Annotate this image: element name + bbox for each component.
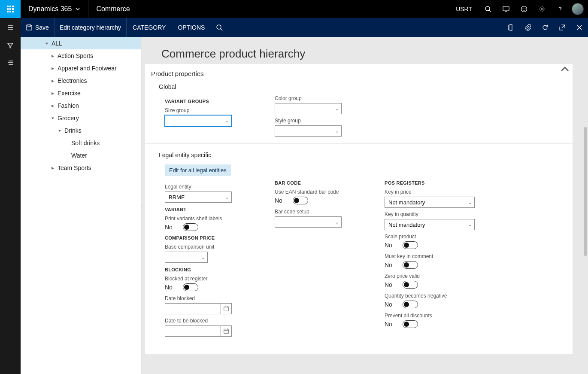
qty-negative-label: Quantity becomes negative [385, 293, 494, 299]
key-in-price-select[interactable]: Not mandatory⌄ [385, 197, 475, 208]
expand-icon[interactable] [50, 103, 56, 108]
scale-product-toggle[interactable] [403, 241, 418, 249]
tree-node-drinks[interactable]: Drinks [21, 124, 141, 137]
variant-groups-title: VARIANT GROUPS [165, 99, 275, 104]
calendar-icon [223, 306, 229, 312]
barcode-setup-select[interactable]: ⌄ [275, 216, 342, 228]
svg-point-0 [485, 6, 490, 11]
help-button[interactable] [551, 0, 569, 18]
help-icon [557, 6, 564, 12]
legal-entity-value: BRMF [169, 194, 185, 201]
calendar-button[interactable] [220, 326, 231, 336]
svg-point-6 [525, 8, 526, 9]
variant-title: VARIANT [165, 207, 275, 212]
tree-node[interactable]: Soft drinks [21, 137, 141, 149]
tree-node-grocery[interactable]: Grocery [21, 112, 141, 124]
base-comparison-unit-select[interactable]: ⌄ [165, 252, 208, 263]
tree-node[interactable]: Water [21, 149, 141, 161]
expand-icon[interactable] [57, 128, 63, 133]
tree-node-all[interactable]: ALL [21, 37, 141, 49]
cmd-search[interactable] [211, 18, 228, 37]
tree-label: Fashion [56, 102, 79, 109]
user-avatar[interactable] [572, 3, 584, 15]
category-tree: ALL Action Sports Apparel and Footwear E… [21, 37, 142, 374]
legal-entity-select[interactable]: BRMF⌄ [165, 192, 232, 203]
key-in-quantity-select[interactable]: Not mandatory⌄ [385, 219, 475, 230]
date-blocked-input[interactable] [165, 303, 232, 314]
svg-rect-20 [224, 307, 228, 311]
tree-label: Apparel and Footwear [56, 65, 117, 72]
tree-node[interactable]: Apparel and Footwear [21, 62, 141, 74]
expand-icon[interactable] [50, 53, 56, 58]
tree-node[interactable]: Action Sports [21, 49, 141, 62]
tree-label: Exercise [56, 90, 81, 97]
must-key-comment-toggle[interactable] [403, 261, 418, 269]
tree-node[interactable]: Team Sports [21, 161, 141, 174]
filter-button[interactable] [0, 37, 21, 54]
size-group-select[interactable]: ⌄ [165, 115, 232, 126]
zero-price-valid-toggle[interactable] [403, 281, 418, 289]
popout-button[interactable] [554, 18, 571, 37]
section-title: Product properties [145, 70, 573, 81]
tree-node[interactable]: Exercise [21, 87, 141, 99]
tab-options[interactable]: OPTIONS [172, 18, 211, 37]
edit-all-legal-entities-button[interactable]: Edit for all legal entities [165, 164, 231, 176]
style-group-select[interactable]: ⌄ [275, 125, 342, 137]
paperclip-icon [524, 24, 531, 31]
tree-node[interactable]: Electronics [21, 74, 141, 87]
save-label: Save [35, 24, 49, 31]
related-button[interactable] [0, 54, 21, 71]
prevent-discounts-toggle[interactable] [403, 320, 418, 328]
expand-icon[interactable] [50, 116, 56, 120]
use-ean-toggle[interactable] [293, 197, 308, 204]
edit-hierarchy-button[interactable]: Edit category hierarchy [55, 18, 127, 37]
expand-icon[interactable] [50, 91, 56, 95]
date-to-be-blocked-input[interactable] [165, 325, 232, 337]
key-in-quantity-value: Not mandatory [388, 222, 425, 228]
print-variants-value: No [165, 224, 175, 231]
save-button[interactable]: Save [21, 18, 55, 37]
tree-label: ALL [50, 40, 62, 47]
svg-point-5 [523, 8, 524, 9]
print-variants-toggle[interactable] [183, 223, 198, 231]
app-launcher[interactable] [0, 0, 21, 18]
attach-button[interactable] [519, 18, 536, 37]
company-selector[interactable]: USRT [449, 0, 479, 18]
settings-button[interactable] [533, 0, 551, 18]
collapse-button[interactable] [560, 64, 570, 74]
hamburger-icon [7, 24, 14, 31]
nav-toggle[interactable] [0, 18, 21, 37]
size-group-label: Size group [165, 107, 275, 113]
inner-scrollbar[interactable] [582, 63, 587, 371]
qty-negative-toggle[interactable] [403, 301, 418, 308]
legal-entity-subheading: Legal entity specific [145, 149, 573, 163]
expand-icon[interactable] [50, 78, 56, 83]
calendar-button[interactable] [220, 304, 231, 314]
tree-node[interactable]: Fashion [21, 99, 141, 112]
search-icon [216, 24, 223, 31]
chevron-down-icon: ⌄ [335, 129, 339, 134]
feedback-button[interactable] [515, 0, 533, 18]
scroll-thumb[interactable] [584, 127, 587, 256]
messages-button[interactable] [497, 0, 515, 18]
style-group-label: Style group [275, 118, 385, 124]
blocking-title: BLOCKING [165, 267, 275, 272]
chevron-down-icon: ⌄ [201, 255, 205, 260]
close-icon [576, 24, 583, 31]
base-comparison-unit-label: Base comparison unit [165, 244, 275, 250]
chevron-down-icon [75, 6, 80, 12]
brand-menu[interactable]: Dynamics 365 [21, 0, 88, 18]
outer-scrollbar[interactable] [577, 63, 581, 371]
expand-icon[interactable] [44, 41, 50, 46]
refresh-button[interactable] [536, 18, 554, 37]
tab-category[interactable]: CATEGORY [127, 18, 172, 37]
close-button[interactable] [571, 18, 588, 37]
zero-price-valid-label: Zero price valid [385, 273, 494, 279]
search-button[interactable] [479, 0, 497, 18]
office-button[interactable] [502, 18, 519, 37]
blocked-at-register-toggle[interactable] [183, 283, 198, 291]
color-group-select[interactable]: ⌄ [275, 103, 342, 114]
expand-icon[interactable] [50, 66, 56, 70]
expand-icon[interactable] [50, 165, 56, 170]
key-in-price-label: Key in price [385, 189, 494, 195]
